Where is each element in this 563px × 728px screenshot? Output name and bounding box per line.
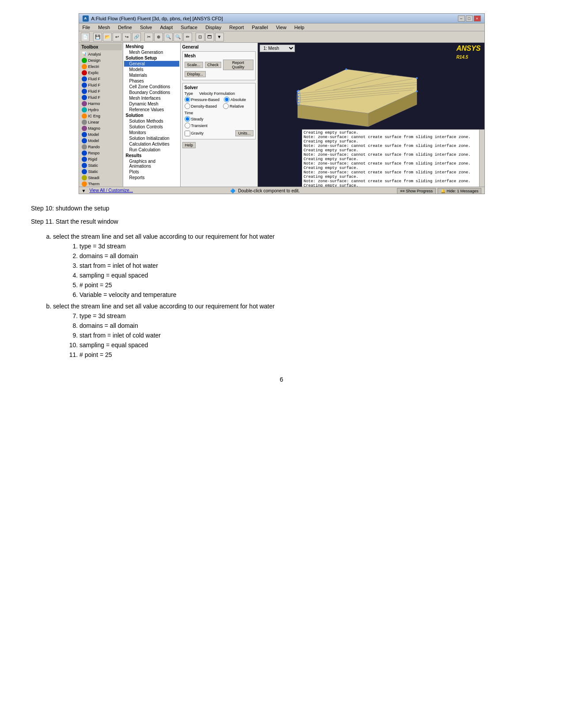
menu-solve[interactable]: Solve — [138, 25, 154, 30]
toolbox-item-respo[interactable]: Respo — [80, 150, 122, 156]
tree-dynamic-mesh[interactable]: Dynamic Mesh — [124, 101, 179, 107]
menu-mesh[interactable]: Mesh — [96, 25, 112, 30]
tree-models[interactable]: Models — [124, 67, 179, 72]
toolbar-btn-5[interactable]: 🔗 — [132, 33, 141, 41]
toolbox-item-model1[interactable]: Model — [80, 131, 122, 138]
report-quality-button[interactable]: Report Quality — [223, 60, 253, 70]
toolbox-item-fluidf3[interactable]: Fluid F — [80, 88, 122, 94]
pressure-based-radio[interactable]: Pressure-Based — [185, 97, 220, 102]
new-button[interactable]: 📄 — [81, 33, 90, 41]
menu-parallel[interactable]: Parallel — [250, 25, 270, 30]
save-button[interactable]: 💾 — [93, 33, 102, 41]
gravity-checkbox[interactable]: Gravity — [185, 131, 204, 136]
ansys-screenshot: A A:Fluid Flow (Fluent) Fluent [3d, dp, … — [79, 13, 485, 194]
toolbox-item-harmo[interactable]: Harmo — [80, 101, 122, 107]
toolbox-item-analysis[interactable]: 📊 Analysi — [80, 51, 122, 57]
menu-file[interactable]: File — [81, 25, 92, 30]
toolbox-sidebar: Toolbox 📊 Analysi Design Electri Explic — [79, 43, 123, 187]
toolbar-btn-4[interactable]: ↪ — [122, 33, 131, 41]
tree-mesh-iface[interactable]: Mesh Interfaces — [124, 95, 179, 101]
restore-button[interactable]: □ — [466, 15, 473, 22]
tree-mesh-gen[interactable]: Mesh Generation — [124, 49, 179, 55]
toolbox-item-iceng[interactable]: IC Eng — [80, 113, 122, 119]
tree-materials[interactable]: Materials — [124, 72, 179, 78]
tree-general[interactable]: General — [124, 61, 179, 67]
view-all-link[interactable]: View All / Customize... — [89, 188, 133, 193]
menu-report[interactable]: Report — [227, 25, 246, 30]
tree-sol-methods[interactable]: Solution Methods — [124, 118, 179, 124]
tree-plots[interactable]: Plots — [124, 169, 179, 175]
menu-adapt[interactable]: Adapt — [158, 25, 174, 30]
absolute-radio[interactable]: Absolute — [224, 97, 246, 102]
mesh-dropdown[interactable]: 1: Mesh — [260, 45, 295, 52]
toolbox-item-static1[interactable]: Static — [80, 162, 122, 169]
tree-reports[interactable]: Reports — [124, 175, 179, 180]
toolbox-item-hydro[interactable]: Hydro — [80, 107, 122, 113]
toolbox-item-fluidf1[interactable]: Fluid F — [80, 76, 122, 82]
tree-graphics[interactable]: Graphics and Animations — [124, 158, 179, 169]
tree-meshing[interactable]: Meshing — [124, 44, 179, 49]
menu-view[interactable]: View — [274, 25, 288, 30]
hide-messages-button[interactable]: 🔔 Hide: 1 Messages — [438, 188, 482, 194]
tree-ref-values[interactable]: Reference Values — [124, 107, 179, 113]
scale-button[interactable]: Scale... — [185, 62, 203, 68]
toolbox-item-fluidf4[interactable]: Fluid F — [80, 94, 122, 101]
toolbox-item-model2[interactable]: Model — [80, 138, 122, 144]
ansys-version: R14.5 — [456, 55, 468, 60]
console-scrollbar[interactable] — [479, 130, 484, 187]
check-button[interactable]: Check — [205, 62, 222, 68]
steady-radio[interactable]: Steady — [185, 116, 204, 122]
menu-define[interactable]: Define — [116, 25, 134, 30]
help-button[interactable]: Help — [182, 142, 196, 148]
minimize-button[interactable]: – — [458, 15, 465, 22]
density-based-radio[interactable]: Density-Based — [185, 103, 217, 109]
tree-run-calc[interactable]: Run Calculation — [124, 147, 179, 153]
relative-radio[interactable]: Relative — [223, 103, 244, 109]
toolbox-item-electri[interactable]: Electri — [80, 64, 122, 70]
toolbar-btn-7[interactable]: ⊕ — [154, 33, 163, 41]
tree-phases[interactable]: Phases — [124, 78, 179, 84]
title-bar: A A:Fluid Flow (Fluent) Fluent [3d, dp, … — [79, 14, 484, 23]
toolbox-item-steadi[interactable]: Steadi — [80, 175, 122, 181]
tree-solution-setup[interactable]: Solution Setup — [124, 55, 179, 61]
tree-monitors[interactable]: Monitors — [124, 130, 179, 135]
toolbox-item-magno[interactable]: Magno — [80, 125, 122, 131]
menu-surface[interactable]: Surface — [179, 25, 199, 30]
general-title: General — [182, 45, 256, 49]
units-button[interactable]: Units... — [235, 130, 253, 136]
svg-point-12 — [416, 77, 418, 79]
toolbar-btn-12[interactable]: 🗔 — [205, 33, 214, 41]
tree-solution[interactable]: Solution — [124, 113, 179, 118]
toolbox-item-explic[interactable]: Explic — [80, 70, 122, 76]
menu-help[interactable]: Help — [293, 25, 306, 30]
status-info-label: Double-click component to edit. — [238, 188, 300, 193]
toolbox-item-therm[interactable]: Therm — [80, 181, 122, 187]
toolbox-item-rigid[interactable]: Rigid — [80, 156, 122, 162]
tree-sol-init[interactable]: Solution Initialization — [124, 135, 179, 141]
transient-radio[interactable]: Transient — [185, 123, 208, 128]
tree-calc-act[interactable]: Calculation Activities — [124, 141, 179, 147]
toolbox-item-fluidf2[interactable]: Fluid F — [80, 82, 122, 88]
open-button[interactable]: 📂 — [103, 33, 112, 41]
toolbar-btn-6[interactable]: ✂ — [144, 33, 153, 41]
tree-cell-zone[interactable]: Cell Zone Conditions — [124, 84, 179, 90]
display-button[interactable]: Display... — [185, 71, 206, 77]
toolbar-btn-13[interactable]: ▼ — [215, 33, 224, 41]
close-button[interactable]: × — [474, 15, 481, 22]
toolbar: 📄 💾 📂 ↩ ↪ 🔗 ✂ ⊕ 🔍 🔍 ✏ ⊡ 🗔 ▼ — [79, 31, 484, 43]
toolbox-item-design[interactable]: Design — [80, 57, 122, 64]
toolbar-btn-9[interactable]: 🔍 — [174, 33, 182, 41]
magno-icon — [82, 126, 87, 131]
toolbar-btn-3[interactable]: ↩ — [113, 33, 121, 41]
tree-results[interactable]: Results — [124, 153, 179, 158]
toolbar-btn-11[interactable]: ⊡ — [196, 33, 204, 41]
show-progress-button[interactable]: ≡≡ Show Progress — [397, 188, 436, 194]
toolbox-item-static2[interactable]: Static — [80, 169, 122, 175]
toolbar-btn-10[interactable]: ✏ — [183, 33, 192, 41]
toolbox-item-linear[interactable]: Linear — [80, 119, 122, 125]
toolbox-item-rando[interactable]: Rando — [80, 144, 122, 150]
tree-sol-controls[interactable]: Solution Controls — [124, 124, 179, 130]
tree-boundary[interactable]: Boundary Conditions — [124, 90, 179, 95]
menu-display[interactable]: Display — [204, 25, 223, 30]
toolbar-btn-8[interactable]: 🔍 — [164, 33, 173, 41]
